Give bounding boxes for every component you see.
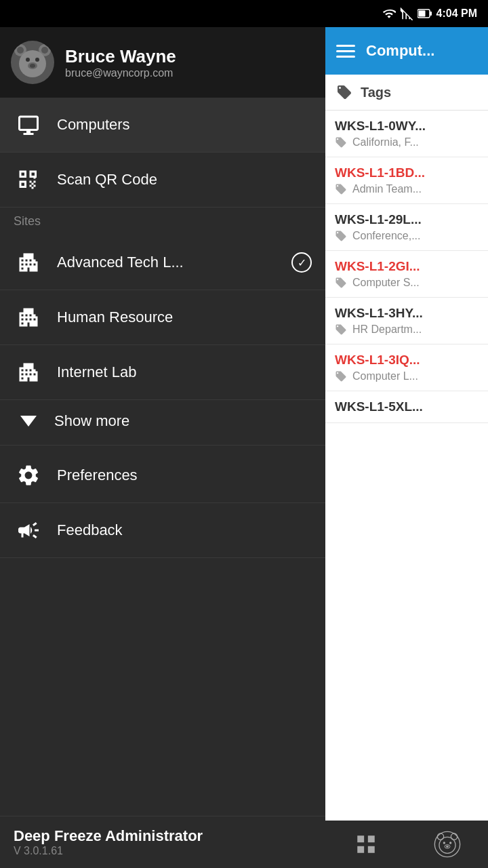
nav-preferences-label: Preferences [57,467,312,484]
hamburger-line-1 [336,45,355,47]
list-item[interactable]: WKS-L1-29L...Conference,... [325,204,488,251]
right-header: Comput... [325,27,488,75]
device-name: WKS-L1-3HY... [335,306,479,321]
device-name: WKS-L1-3IQ... [335,353,479,368]
tags-title: Tags [361,85,391,100]
svg-point-6 [17,47,24,54]
bottom-bar [325,821,488,868]
main-layout: Bruce Wayne bruce@wayncorp.com Computers… [0,27,488,868]
signal-icon [400,7,413,20]
avatar-bear-icon [12,42,53,83]
device-tag-row: Admin Team... [335,183,479,195]
drawer-header: Bruce Wayne bruce@wayncorp.com [0,27,325,98]
device-name: WKS-L1-5XL... [335,399,479,414]
tag-small-icon [335,323,347,336]
drawer: Bruce Wayne bruce@wayncorp.com Computers… [0,27,325,868]
device-tag-text: Conference,... [352,230,421,242]
status-icons: 4:04 PM [382,7,477,20]
building-icon-2 [14,302,43,332]
site-item-advanced-tech[interactable]: Advanced Tech L... ✓ [0,235,325,290]
site-advanced-tech-label: Advanced Tech L... [57,254,278,271]
svg-point-20 [446,846,449,848]
tags-subheader: Tags [325,75,488,111]
qr-icon [14,165,43,195]
right-header-title: Comput... [366,42,434,60]
user-email: bruce@wayncorp.com [65,67,176,79]
building-icon-3 [14,357,43,387]
tag-small-icon [335,230,347,242]
list-item[interactable]: WKS-L1-1BD...Admin Team... [325,157,488,204]
megaphone-icon [14,515,43,545]
hamburger-line-3 [336,56,355,58]
sites-section-label: Sites [0,208,325,235]
device-tag-text: California, F... [352,136,419,149]
svg-point-7 [41,47,48,54]
device-tag-row: HR Departm... [335,323,479,336]
svg-point-9 [26,58,30,62]
device-tag-row: Computer S... [335,277,479,289]
wifi-icon [382,7,396,20]
drawer-footer: Deep Freeze Administrator V 3.0.1.61 [0,816,325,868]
grid-button[interactable] [349,827,383,861]
user-name: Bruce Wayne [65,46,176,67]
nav-item-preferences[interactable]: Preferences [0,448,325,503]
svg-rect-2 [430,12,432,16]
user-info: Bruce Wayne bruce@wayncorp.com [65,46,176,79]
nav-item-scan-qr[interactable]: Scan QR Code [0,153,325,208]
list-item[interactable]: WKS-L1-0WY...California, F... [325,111,488,157]
device-name: WKS-L1-0WY... [335,119,479,134]
show-more-label: Show more [54,412,129,430]
nav-item-computers[interactable]: Computers [0,98,325,153]
bear-logo-icon [434,831,461,858]
app-version: V 3.0.1.61 [14,845,312,857]
drawer-divider [0,445,325,446]
site-item-human-resource[interactable]: Human Resource [0,290,325,345]
site-item-internet-lab[interactable]: Internet Lab [0,345,325,400]
device-tag-text: Admin Team... [352,183,422,195]
tag-small-icon [335,183,347,195]
gear-icon [14,460,43,490]
device-tag-row: Computer L... [335,370,479,382]
app-title: Deep Freeze Administrator [14,827,312,845]
device-tag-text: HR Departm... [352,323,422,336]
grid-icon [354,833,378,856]
avatar [11,41,54,84]
site-internet-lab-label: Internet Lab [57,363,312,381]
nav-computers-label: Computers [57,116,312,134]
svg-point-16 [439,837,455,853]
nav-feedback-label: Feedback [57,521,312,539]
hamburger-button[interactable] [336,45,355,58]
hamburger-line-2 [336,50,355,52]
monitor-icon [14,110,43,140]
device-tag-row: California, F... [335,136,479,149]
tag-small-icon [335,136,347,149]
device-name: WKS-L1-29L... [335,212,479,227]
building-icon-1 [14,248,43,277]
svg-point-12 [30,64,35,68]
right-panel: Comput... Tags WKS-L1-0WY...California, … [325,27,488,868]
checkmark-icon: ✓ [291,252,312,273]
tag-small-icon [335,277,347,289]
nav-scan-label: Scan QR Code [57,171,312,189]
list-item[interactable]: WKS-L1-3IQ...Computer L... [325,344,488,391]
show-more-icon [14,416,43,427]
show-more-button[interactable]: Show more [0,400,325,442]
status-bar: 4:04 PM [0,0,488,27]
svg-point-17 [443,842,445,844]
tag-small-icon [335,370,347,382]
list-item[interactable]: WKS-L1-5XL... [325,391,488,423]
list-item[interactable]: WKS-L1-2GI...Computer S... [325,251,488,298]
bear-button[interactable] [430,827,464,861]
site-human-resource-label: Human Resource [57,309,312,326]
nav-item-feedback[interactable]: Feedback [0,503,325,558]
device-tag-row: Conference,... [335,230,479,242]
tag-icon [336,84,352,100]
device-tag-text: Computer L... [352,370,418,382]
svg-point-10 [35,58,39,62]
device-list: WKS-L1-0WY...California, F...WKS-L1-1BD.… [325,111,488,821]
time-display: 4:04 PM [436,7,477,20]
list-item[interactable]: WKS-L1-3HY...HR Departm... [325,298,488,344]
battery-icon [418,9,432,18]
device-name: WKS-L1-1BD... [335,165,479,180]
svg-rect-1 [418,11,425,17]
